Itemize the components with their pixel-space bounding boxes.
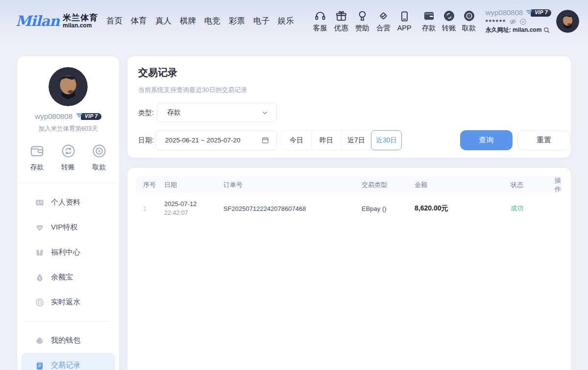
masked-balance: ****** — [486, 18, 506, 26]
vip-badge: VIP 7 — [525, 9, 551, 17]
row-status-badge: 成功 — [511, 204, 550, 213]
sidebar-item-rebate[interactable]: 实时返水 — [21, 290, 115, 315]
range-yesterday-button[interactable]: 昨日 — [312, 131, 342, 150]
top-navbar: Milan 米兰体育 milan.com 首页 体育 真人 棋牌 电竞 彩票 电… — [0, 0, 588, 42]
wallet-links: 存款 转账 取款 — [419, 10, 479, 33]
deposit-link[interactable]: 存款 — [419, 10, 439, 33]
sidebar-item-yuebao-label: 余额宝 — [51, 273, 73, 282]
row-time: 22:42:07 — [164, 209, 188, 216]
withdraw-link[interactable]: 取款 — [460, 10, 479, 33]
menu-divider — [26, 321, 110, 322]
benefits-icon — [35, 248, 45, 257]
user-avatar[interactable] — [556, 10, 579, 33]
sidebar-item-benefits[interactable]: 福利中心 — [21, 240, 115, 265]
avatar-image — [556, 10, 579, 33]
partnership-link[interactable]: 合营 — [373, 10, 393, 33]
date-label: 日期: — [138, 136, 154, 145]
sidebar-item-wallet[interactable]: 我的钱包 — [21, 328, 115, 353]
type-select[interactable]: 存款 — [157, 103, 277, 122]
nav-item-esports[interactable]: 电竞 — [204, 16, 220, 26]
sidebar-item-vip-label: VIP特权 — [51, 223, 77, 232]
range-today-button[interactable]: 今日 — [282, 131, 312, 150]
quick-deposit-button[interactable]: 存款 — [29, 143, 45, 172]
col-amount: 金额 — [415, 181, 511, 189]
transfer-link[interactable]: 转账 — [440, 10, 459, 33]
row-datetime: 2025-07-12 22:42:07 — [164, 200, 223, 217]
row-transaction-type: EBpay () — [362, 205, 415, 212]
username[interactable]: wyp080808 — [486, 8, 523, 18]
site-logo[interactable]: Milan 米兰体育 milan.com — [16, 13, 98, 29]
withdraw-label: 取款 — [462, 23, 476, 33]
date-range-presets: 今日 昨日 近7日 近30日 — [281, 130, 402, 150]
nav-item-sports[interactable]: 体育 — [131, 16, 147, 26]
promotions-link[interactable]: 优惠 — [331, 10, 351, 33]
quick-transfer-button[interactable]: 转账 — [60, 143, 76, 172]
range-30days-button[interactable]: 近30日 — [371, 130, 402, 150]
eye-off-icon[interactable] — [509, 18, 516, 25]
id-card-icon — [35, 198, 45, 208]
profile-avatar[interactable] — [49, 67, 88, 106]
magnifier-icon[interactable] — [543, 26, 550, 34]
type-label: 类型: — [138, 109, 154, 117]
nav-item-home[interactable]: 首页 — [106, 16, 122, 26]
page-subtitle: 当前系统支持查询最近30日的交易记录 — [138, 86, 247, 94]
profile-sidebar: wyp080808 VIP 7 加入米兰体育第603天 存款 转账 取款 个人资… — [17, 56, 119, 370]
type-select-value: 存款 — [167, 108, 261, 117]
quick-transfer-label: 转账 — [61, 163, 75, 172]
customer-service-link[interactable]: 客服 — [310, 10, 330, 33]
col-date: 日期 — [164, 181, 223, 189]
col-index: 序号 — [143, 181, 164, 189]
quick-withdraw-button[interactable]: 取款 — [91, 143, 107, 172]
profile-vip-level-label: VIP 7 — [81, 113, 101, 120]
trophy-icon — [356, 10, 368, 22]
join-days-text: 加入米兰体育第603天 — [17, 125, 119, 133]
moneybag-icon — [35, 273, 45, 282]
clipboard-icon — [35, 361, 45, 370]
date-range-value: 2025-06-21 ~ 2025-07-20 — [165, 137, 261, 144]
logo-cn-text: 米兰体育 — [63, 14, 98, 23]
nav-item-cards[interactable]: 棋牌 — [180, 16, 196, 26]
nav-item-lottery[interactable]: 彩票 — [229, 16, 245, 26]
sidebar-item-vip[interactable]: VIP特权 — [21, 215, 115, 240]
search-button[interactable]: 查询 — [460, 130, 513, 150]
app-download-link[interactable]: APP — [394, 10, 415, 32]
vip-level-label: VIP 7 — [531, 9, 551, 17]
sidebar-item-wallet-label: 我的钱包 — [51, 336, 80, 345]
date-range-input[interactable]: 2025-06-21 ~ 2025-07-20 — [156, 130, 277, 150]
promotions-label: 优惠 — [334, 23, 348, 33]
profile-avatar-image — [49, 67, 88, 106]
row-order-number: SF202507122242078607468 — [223, 205, 362, 212]
navbar-right: 客服 优惠 赞助 合营 APP 存款 转账 — [310, 8, 579, 34]
sponsorship-link[interactable]: 赞助 — [352, 10, 372, 33]
transfer-outline-icon — [60, 143, 76, 159]
col-order: 订单号 — [223, 181, 362, 189]
app-label: APP — [397, 24, 412, 32]
filter-card: 交易记录 当前系统支持查询最近30日的交易记录 类型: 存款 日期: 2025-… — [127, 56, 571, 158]
range-7days-button[interactable]: 近7日 — [342, 131, 371, 150]
mobile-phone-icon — [398, 10, 411, 23]
sidebar-menu: 个人资料 VIP特权 福利中心 余额宝 实时返水 我的钱包 交易记录 — [17, 183, 119, 370]
nav-item-entertainment[interactable]: 娱乐 — [278, 16, 294, 26]
partnership-label: 合营 — [376, 23, 391, 33]
sidebar-item-profile[interactable]: 个人资料 — [21, 190, 115, 215]
withdraw-filled-icon — [463, 10, 475, 22]
reset-button[interactable]: 重置 — [517, 130, 570, 150]
profile-username: wyp080808 — [35, 112, 73, 120]
nav-item-live[interactable]: 真人 — [155, 16, 172, 26]
deposit-label: 存款 — [422, 23, 436, 33]
main-nav: 首页 体育 真人 棋牌 电竞 彩票 电子 娱乐 — [106, 16, 294, 26]
profile-vip-shield-icon — [75, 112, 83, 120]
row-index: 1 — [143, 205, 164, 212]
chevron-circle-icon[interactable] — [519, 18, 527, 25]
sponsorship-label: 赞助 — [355, 23, 369, 33]
sidebar-item-benefits-label: 福利中心 — [51, 248, 80, 257]
table-header: 序号 日期 订单号 交易类型 金额 状态 操作 — [136, 176, 562, 193]
nav-item-slots[interactable]: 电子 — [253, 16, 270, 26]
transfer-label: 转账 — [442, 23, 456, 33]
sidebar-item-rebate-label: 实时返水 — [51, 298, 80, 307]
permanent-url-label: 永久网址: milan.com — [486, 26, 542, 34]
wallet-filled-icon — [423, 10, 435, 22]
profile-vip-badge: VIP 7 — [75, 113, 101, 120]
sidebar-item-transactions[interactable]: 交易记录 — [21, 353, 115, 370]
sidebar-item-yuebao[interactable]: 余额宝 — [21, 265, 115, 290]
